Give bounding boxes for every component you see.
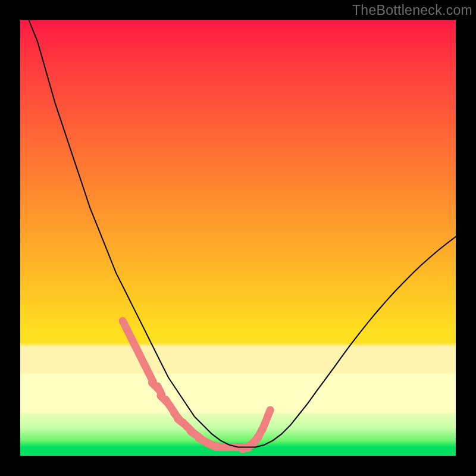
chart-svg: [20, 20, 456, 456]
chart-frame: TheBottleneck.com: [0, 0, 476, 476]
curve-markers: [123, 321, 270, 449]
plot-area: [20, 20, 456, 456]
bottleneck-curve: [29, 20, 456, 447]
watermark-text: TheBottleneck.com: [352, 2, 472, 18]
svg-line-33: [267, 410, 270, 419]
